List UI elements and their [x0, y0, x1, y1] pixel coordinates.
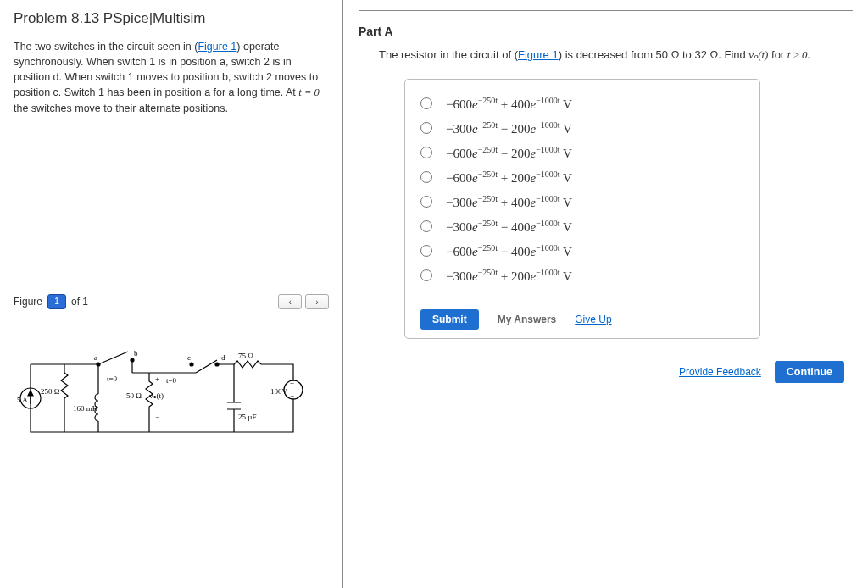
part-title: Part A [359, 25, 853, 38]
circuit-diagram: 5 A 250 Ω 160 mH 50 Ω vₒ(t) 75 Ω 25 µF 1… [14, 335, 310, 445]
desc-text: the switches move to their alternate pos… [14, 103, 228, 114]
continue-button[interactable]: Continue [775, 361, 844, 383]
answer-option[interactable]: −300e−250t + 200e−1000t V [420, 263, 744, 288]
svg-text:100V: 100V [270, 387, 288, 396]
svg-text:25 µF: 25 µF [238, 413, 256, 421]
provide-feedback-link[interactable]: Provide Feedback [679, 366, 761, 378]
svg-line-4 [98, 352, 128, 364]
option-radio[interactable] [420, 245, 432, 257]
problem-panel: Problem 8.13 PSpice|Multisim The two swi… [0, 0, 343, 588]
give-up-link[interactable]: Give Up [575, 313, 611, 325]
svg-text:75 Ω: 75 Ω [238, 352, 253, 360]
svg-text:50 Ω: 50 Ω [126, 391, 142, 400]
answer-option[interactable]: −300e−250t − 400e−1000t V [420, 214, 744, 239]
answer-option[interactable]: −300e−250t + 400e−1000t V [420, 190, 744, 214]
svg-text:250 Ω: 250 Ω [41, 387, 60, 396]
svg-text:+: + [155, 374, 159, 383]
figure-of: of 1 [71, 296, 88, 308]
my-answers-link[interactable]: My Answers [498, 313, 557, 325]
svg-text:5 A: 5 A [17, 396, 28, 404]
svg-text:d: d [221, 353, 225, 362]
answer-option[interactable]: −600e−250t − 400e−1000t V [420, 239, 744, 263]
bottom-actions: Provide Feedback Continue [359, 361, 853, 383]
q-vo: vₒ(t) [748, 48, 768, 61]
figure-toolbar: Figure 1 of 1 ‹ › [14, 294, 329, 309]
option-expression: −300e−250t + 200e−1000t V [446, 268, 572, 284]
figure-num: 1 [54, 297, 59, 306]
option-expression: −600e−250t + 200e−1000t V [446, 169, 572, 186]
option-expression: −600e−250t + 400e−1000t V [446, 96, 572, 112]
q-text: for [768, 48, 787, 61]
figure-link[interactable]: Figure 1 [198, 41, 236, 53]
q-cond: t ≥ 0. [787, 48, 810, 61]
svg-point-5 [190, 363, 193, 366]
answer-options: −600e−250t + 400e−1000t V−300e−250t − 20… [404, 79, 760, 339]
q-text: The resistor in the circuit of ( [379, 48, 518, 61]
figure-prev-button[interactable]: ‹ [278, 294, 302, 309]
answer-option[interactable]: −300e−250t − 200e−1000t V [420, 116, 744, 141]
option-radio[interactable] [420, 269, 432, 281]
figure-selector[interactable]: 1 [47, 294, 66, 309]
q-text: ) is decreased from 50 Ω to 32 Ω. Find [559, 48, 749, 61]
svg-text:t=0: t=0 [166, 376, 177, 385]
option-radio[interactable] [420, 147, 432, 158]
answer-option[interactable]: −600e−250t − 200e−1000t V [420, 141, 744, 165]
option-expression: −600e−250t − 400e−1000t V [446, 243, 572, 259]
divider [359, 10, 853, 11]
answer-option[interactable]: −600e−250t + 200e−1000t V [420, 165, 744, 190]
option-radio[interactable] [420, 220, 432, 232]
figure-label: Figure [14, 296, 42, 308]
figure-link[interactable]: Figure 1 [518, 48, 559, 61]
svg-text:−: − [290, 391, 294, 400]
answer-option[interactable]: −600e−250t + 400e−1000t V [420, 92, 744, 116]
option-expression: −300e−250t − 400e−1000t V [446, 219, 572, 235]
figure-next-button[interactable]: › [305, 294, 329, 309]
problem-title: Problem 8.13 PSpice|Multisim [14, 10, 329, 27]
problem-description: The two switches in the circuit seen in … [14, 39, 329, 116]
part-question: The resistor in the circuit of (Figure 1… [379, 47, 853, 64]
option-radio[interactable] [420, 122, 432, 134]
option-expression: −600e−250t − 200e−1000t V [446, 145, 572, 161]
option-expression: −300e−250t − 200e−1000t V [446, 120, 572, 136]
svg-text:vₒ(t): vₒ(t) [149, 391, 164, 400]
option-expression: −300e−250t + 400e−1000t V [446, 194, 572, 210]
option-radio[interactable] [420, 97, 432, 109]
svg-text:+: + [290, 379, 294, 387]
svg-text:a: a [94, 353, 97, 362]
submit-button[interactable]: Submit [420, 309, 479, 330]
desc-text: The two switches in the circuit seen in … [14, 41, 198, 53]
svg-line-7 [196, 360, 217, 373]
svg-text:b: b [134, 349, 138, 358]
option-radio[interactable] [420, 196, 432, 208]
question-panel: Part A The resistor in the circuit of (F… [343, 0, 868, 588]
svg-text:160 mH: 160 mH [73, 404, 98, 413]
svg-text:t=0: t=0 [107, 374, 118, 383]
svg-text:c: c [187, 353, 191, 362]
desc-t: t = 0 [298, 86, 319, 98]
option-radio[interactable] [420, 171, 432, 183]
svg-text:−: − [155, 413, 159, 421]
actions-row: Submit My Answers Give Up [420, 302, 744, 330]
